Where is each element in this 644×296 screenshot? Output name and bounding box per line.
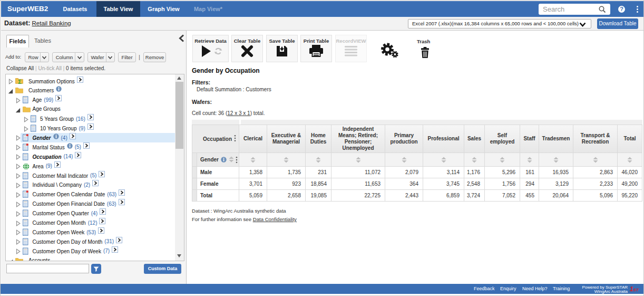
svg-text:Σ: Σ [18, 79, 22, 84]
